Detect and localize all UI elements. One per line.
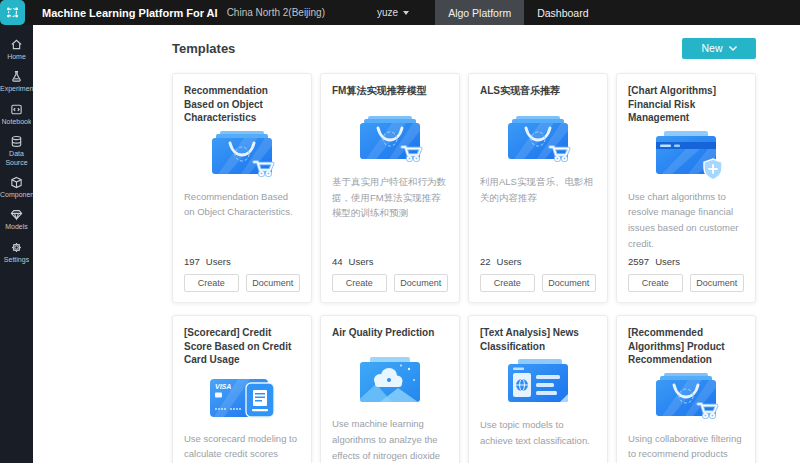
card-actions: Create Document bbox=[184, 274, 300, 292]
users-count: 2597 Users bbox=[628, 256, 744, 267]
template-illustration bbox=[628, 128, 744, 184]
app-title: Machine Learning Platform For AI bbox=[42, 0, 218, 25]
top-header: Machine Learning Platform For AI China N… bbox=[0, 0, 800, 25]
settings-icon bbox=[10, 241, 23, 254]
users-count: 44 Users bbox=[332, 256, 448, 267]
shopping-bag-illustration bbox=[351, 114, 429, 168]
main-content: Templates New Recommendation Based on Ob… bbox=[33, 25, 800, 463]
sidebar-item-data-source[interactable]: Data Source bbox=[0, 130, 33, 171]
home-icon bbox=[10, 38, 23, 51]
notebook-icon bbox=[10, 103, 23, 116]
template-card: FM算法实现推荐模型 bbox=[320, 73, 460, 303]
document-button[interactable]: Document bbox=[394, 274, 449, 292]
card-description: Using collaborative filtering to recomme… bbox=[628, 431, 744, 463]
template-card: Air Quality Prediction bbox=[320, 315, 460, 463]
template-card: Recommendation Based on Object Character… bbox=[172, 73, 312, 303]
region-selector[interactable]: China North 2(Beijing) bbox=[227, 0, 325, 25]
create-button[interactable]: Create bbox=[628, 274, 683, 292]
template-illustration bbox=[480, 356, 596, 412]
visa-card-receipt-illustration: VISA bbox=[203, 371, 281, 425]
data-source-icon bbox=[10, 135, 23, 148]
chevron-down-icon bbox=[403, 11, 409, 15]
users-number: 197 bbox=[184, 256, 200, 267]
svg-text:VISA: VISA bbox=[215, 383, 231, 390]
card-title: [Recommended Algorithms] Product Recomme… bbox=[628, 326, 744, 367]
template-illustration bbox=[332, 355, 448, 411]
sidebar-item-experiment[interactable]: Experiment bbox=[0, 65, 33, 97]
credit-card-shield-illustration bbox=[647, 129, 725, 183]
template-card: [Text Analysis] News Classification bbox=[468, 315, 608, 463]
platform-logo[interactable] bbox=[0, 0, 25, 25]
users-label: Users bbox=[655, 256, 680, 267]
shopping-bag-illustration bbox=[647, 371, 725, 425]
logo-network-icon bbox=[5, 5, 20, 20]
template-card: [Scorecard] Credit Score Based on Credit… bbox=[172, 315, 312, 463]
template-illustration bbox=[184, 128, 300, 184]
left-sidebar: Home Experiment Notebook Data Source Com… bbox=[0, 25, 33, 463]
sidebar-item-component[interactable]: Component bbox=[0, 171, 33, 203]
template-illustration: VISA bbox=[184, 370, 300, 426]
shopping-bag-illustration bbox=[499, 114, 577, 168]
template-card: [Recommended Algorithms] Product Recomme… bbox=[616, 315, 756, 463]
create-button[interactable]: Create bbox=[332, 274, 387, 292]
card-actions: Create Document bbox=[628, 274, 744, 292]
card-actions: Create Document bbox=[480, 274, 596, 292]
card-description: Use topic models to achieve text classif… bbox=[480, 417, 596, 463]
user-menu[interactable]: yuze bbox=[377, 0, 409, 25]
card-actions: Create Document bbox=[332, 274, 448, 292]
tab-dashboard[interactable]: Dashboard bbox=[524, 0, 601, 25]
card-description: 利用ALS实现音乐、电影相关的内容推荐 bbox=[480, 174, 596, 251]
card-description: Use chart algorithms to resolve manage f… bbox=[628, 189, 744, 252]
users-number: 2597 bbox=[628, 256, 649, 267]
sidebar-item-settings[interactable]: Settings bbox=[0, 236, 33, 268]
tab-algo-platform[interactable]: Algo Platform bbox=[435, 0, 524, 25]
card-title: Recommendation Based on Object Character… bbox=[184, 84, 300, 125]
template-illustration bbox=[628, 370, 744, 426]
card-description: Use scorecard modeling to calculate cred… bbox=[184, 431, 300, 463]
card-description: Recommendation Based on Object Character… bbox=[184, 189, 300, 252]
chevron-down-icon bbox=[729, 46, 737, 51]
template-illustration bbox=[480, 113, 596, 169]
card-title: ALS实现音乐推荐 bbox=[480, 84, 596, 110]
users-label: Users bbox=[206, 256, 231, 267]
card-title: [Text Analysis] News Classification bbox=[480, 326, 596, 353]
sidebar-item-models[interactable]: Models bbox=[0, 203, 33, 235]
card-title: FM算法实现推荐模型 bbox=[332, 84, 448, 110]
template-card-grid: Recommendation Based on Object Character… bbox=[172, 73, 756, 463]
new-button-label: New bbox=[701, 42, 722, 54]
create-button[interactable]: Create bbox=[480, 274, 535, 292]
users-count: 22 Users bbox=[480, 256, 596, 267]
document-button[interactable]: Document bbox=[542, 274, 597, 292]
template-card: ALS实现音乐推荐 bbox=[468, 73, 608, 303]
header-tabs: Algo Platform Dashboard bbox=[435, 0, 601, 25]
document-button[interactable]: Document bbox=[690, 274, 745, 292]
component-icon bbox=[10, 176, 23, 189]
users-number: 22 bbox=[480, 256, 491, 267]
card-title: Air Quality Prediction bbox=[332, 326, 448, 352]
document-button[interactable]: Document bbox=[246, 274, 301, 292]
models-icon bbox=[10, 208, 23, 221]
create-button[interactable]: Create bbox=[184, 274, 239, 292]
card-description: Use machine learning algorithms to analz… bbox=[332, 416, 448, 463]
news-document-illustration bbox=[499, 357, 577, 411]
page-header: Templates New bbox=[172, 37, 756, 59]
air-quality-illustration bbox=[351, 356, 429, 410]
users-count: 197 Users bbox=[184, 256, 300, 267]
new-button[interactable]: New bbox=[682, 38, 756, 59]
template-illustration bbox=[332, 113, 448, 169]
sidebar-item-home[interactable]: Home bbox=[0, 33, 33, 65]
page-title: Templates bbox=[172, 41, 235, 56]
card-description: 基于真实用户特征和行为数据，使用FM算法实现推荐模型的训练和预测 bbox=[332, 174, 448, 251]
card-title: [Scorecard] Credit Score Based on Credit… bbox=[184, 326, 300, 367]
template-card: [Chart Algorithms] Financial Risk Manage… bbox=[616, 73, 756, 303]
users-label: Users bbox=[497, 256, 522, 267]
users-label: Users bbox=[349, 256, 374, 267]
users-number: 44 bbox=[332, 256, 343, 267]
experiment-icon bbox=[10, 70, 23, 83]
card-title: [Chart Algorithms] Financial Risk Manage… bbox=[628, 84, 744, 125]
sidebar-item-notebook[interactable]: Notebook bbox=[0, 98, 33, 130]
user-name: yuze bbox=[377, 7, 398, 18]
shopping-bag-illustration bbox=[203, 129, 281, 183]
